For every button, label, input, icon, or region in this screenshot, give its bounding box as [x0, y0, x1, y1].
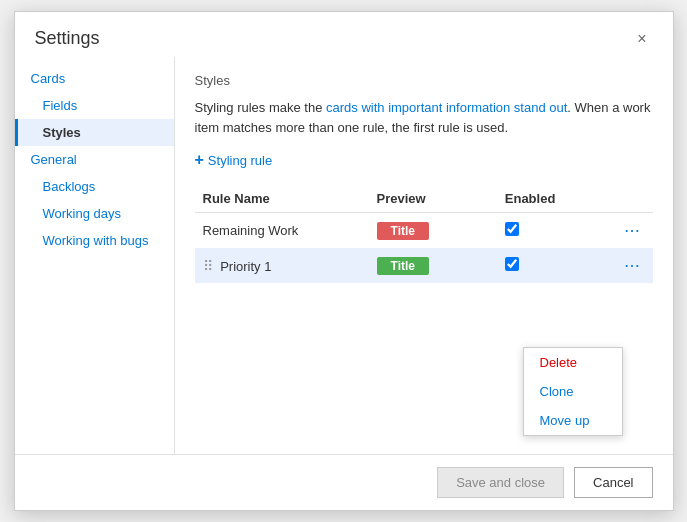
- add-rule-label: Styling rule: [208, 153, 272, 168]
- col-header-rule: Rule Name: [195, 185, 369, 213]
- context-menu-clone[interactable]: Clone: [524, 377, 622, 406]
- cancel-button[interactable]: Cancel: [574, 467, 652, 498]
- dialog-body: Cards Fields Styles General Backlogs Wor…: [15, 57, 673, 454]
- sidebar-item-working-with-bugs[interactable]: Working with bugs: [15, 227, 174, 254]
- sidebar-item-cards[interactable]: Cards: [15, 65, 174, 92]
- sidebar-item-styles[interactable]: Styles: [15, 119, 174, 146]
- sidebar-item-backlogs[interactable]: Backlogs: [15, 173, 174, 200]
- sidebar: Cards Fields Styles General Backlogs Wor…: [15, 57, 175, 454]
- col-header-actions: [588, 185, 652, 213]
- row-menu-button-1[interactable]: ⋯: [620, 219, 645, 242]
- description-text: Styling rules make the cards with import…: [195, 98, 653, 137]
- enabled-checkbox-2[interactable]: [505, 257, 519, 271]
- rule-name-cell: Remaining Work: [195, 213, 369, 249]
- close-button[interactable]: ×: [631, 29, 652, 49]
- enabled-checkbox-1[interactable]: [505, 222, 519, 236]
- enabled-cell-2: [497, 248, 589, 283]
- dialog-footer: Save and close Cancel: [15, 454, 673, 510]
- dialog-header: Settings ×: [15, 12, 673, 57]
- col-header-preview: Preview: [369, 185, 497, 213]
- save-button[interactable]: Save and close: [437, 467, 564, 498]
- actions-cell-2: ⋯: [588, 248, 652, 283]
- context-menu-move-up[interactable]: Move up: [524, 406, 622, 435]
- context-menu: Delete Clone Move up: [523, 347, 623, 436]
- table-row: ⠿ Priority 1 Title ⋯: [195, 248, 653, 283]
- col-header-enabled: Enabled: [497, 185, 589, 213]
- add-icon: +: [195, 151, 204, 169]
- preview-cell: Title: [369, 213, 497, 249]
- sidebar-item-working-days[interactable]: Working days: [15, 200, 174, 227]
- rules-table: Rule Name Preview Enabled Remaining Work…: [195, 185, 653, 283]
- table-row: Remaining Work Title ⋯: [195, 213, 653, 249]
- row-menu-button-2[interactable]: ⋯: [620, 254, 645, 277]
- enabled-cell: [497, 213, 589, 249]
- section-title: Styles: [195, 73, 653, 88]
- description-highlight: cards with important information stand o…: [326, 100, 567, 115]
- preview-badge-green: Title: [377, 257, 429, 275]
- context-menu-delete[interactable]: Delete: [524, 348, 622, 377]
- rule-name-text-2: Priority 1: [220, 259, 271, 274]
- add-rule-button[interactable]: + Styling rule: [195, 151, 273, 169]
- settings-dialog: Settings × Cards Fields Styles General B…: [14, 11, 674, 511]
- rule-name-cell-2: ⠿ Priority 1: [195, 248, 369, 283]
- drag-handle[interactable]: ⠿: [203, 258, 217, 274]
- preview-badge-red: Title: [377, 222, 429, 240]
- actions-cell-1: ⋯: [588, 213, 652, 249]
- dialog-title: Settings: [35, 28, 100, 49]
- main-content: Styles Styling rules make the cards with…: [175, 57, 673, 454]
- preview-cell-2: Title: [369, 248, 497, 283]
- sidebar-item-fields[interactable]: Fields: [15, 92, 174, 119]
- sidebar-item-general[interactable]: General: [15, 146, 174, 173]
